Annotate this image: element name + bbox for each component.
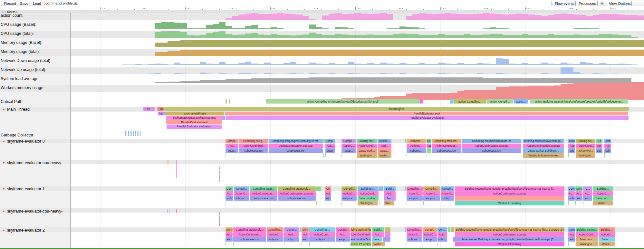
skyframe-evaluator-1-slice[interactable]: Com (575, 186, 582, 191)
critical-path-slice[interactable]: action 'Compiling src/google/protobuf/de… (266, 99, 420, 104)
skyframe-evaluator-2-slice[interactable]: Com (226, 227, 233, 232)
skyframe-evaluator-2-slice[interactable]: Ac... (226, 232, 233, 237)
cpu-heavy-stack-tick[interactable] (219, 178, 220, 182)
skyframe-evaluator-2-slice[interactable]: Building ... (599, 227, 615, 232)
gc-event-tick[interactable] (131, 131, 132, 136)
skyframe-evaluator-0-slice[interactable]: subp. (325, 148, 335, 153)
skyframe-evaluator-2-slice[interactable]: Compiling ... (309, 227, 335, 232)
gc-event-tick[interactable] (139, 131, 139, 136)
chart-cpu-usage-total[interactable] (155, 31, 638, 38)
gc-event-tick[interactable] (137, 131, 138, 136)
skyframe-evaluator-0-slice[interactable]: sub (568, 148, 575, 153)
skyframe-evaluator-0-slice[interactable]: Buildin... (378, 139, 391, 143)
skyframe-evaluator-0-slice[interactable]: Act (568, 144, 575, 148)
cpu-heavy-event-tick[interactable] (167, 160, 168, 164)
skyframe-evaluator-0-slice[interactable]: Compil... (341, 139, 356, 143)
skyframe-evaluator-2-slice[interactable]: Javac ... (599, 237, 615, 242)
skyframe-evaluator-1-slice[interactable]: Compiling ... (407, 186, 423, 191)
skyframe-evaluator-0-slice[interactable]: subproc... (407, 148, 426, 153)
main-thread-slice[interactable]: Lau... (143, 107, 155, 111)
critical-path-slice[interactable] (450, 99, 454, 104)
skyframe-evaluator-2-slice[interactable]: Compiling... (407, 227, 422, 232)
skyframe-evaluator-2-slice[interactable] (451, 227, 454, 232)
skyframe-evaluator-1-slice[interactable]: Waitin... (593, 201, 613, 205)
skyframe-evaluator-2-slice[interactable]: Acti... (372, 232, 384, 237)
skyframe-evaluator-1-slice[interactable]: Compiling src/google... (278, 186, 316, 191)
skyframe-evaluator-1-slice[interactable]: Com (568, 186, 575, 191)
skyframe-evaluator-1-slice[interactable]: Building... (593, 186, 613, 191)
skyframe-evaluator-0-slice[interactable]: ActionConti... (576, 144, 595, 148)
skyframe-evaluator-1-slice[interactable]: subproc... (341, 196, 357, 201)
skyframe-evaluator-1-slice[interactable]: Ac... (568, 191, 575, 196)
skyframe-evaluator-2-slice[interactable]: subp... (437, 237, 447, 242)
skyframe-evaluator-2-slice[interactable]: Acti... (284, 232, 299, 237)
skyframe-evaluator-0-slice[interactable]: Act (427, 144, 431, 148)
skyframe-evaluator-0-slice[interactable]: Co (427, 139, 431, 143)
skyframe-evaluator-0-slice[interactable]: Com (604, 139, 611, 143)
skyframe-evaluator-0-slice[interactable]: Javac... (378, 148, 391, 153)
skyframe-evaluator-0-slice[interactable] (427, 148, 431, 153)
skyframe-evaluator-0-slice[interactable]: Acti... (378, 144, 391, 148)
skyframe-evaluator-2-slice[interactable] (385, 232, 390, 237)
skyframe-evaluator-0-slice[interactable]: subprocess.run (269, 148, 323, 153)
skyframe-evaluator-1-slice[interactable]: ActionC... (234, 191, 249, 196)
skyframe-evaluator-1-slice[interactable]: Javac wo... (593, 196, 613, 201)
skyframe-evaluator-2-slice[interactable]: Com (302, 227, 309, 232)
skyframe-evaluator-2-slice[interactable]: subproc... (407, 237, 422, 242)
skyframe-evaluator-1-slice[interactable]: Wai... (384, 201, 394, 205)
skyframe-evaluator-1-slice[interactable]: Compilin... (423, 186, 440, 191)
skyframe-evaluator-1-slice[interactable]: Worker #1 working (455, 201, 564, 205)
critical-path-slice[interactable]: action 'Building src/main/java/com/googl… (530, 99, 628, 104)
cpu-heavy-event-tick[interactable] (176, 160, 177, 178)
gc-event-tick[interactable] (130, 131, 130, 136)
skyframe-evaluator-0-slice[interactable]: Building src... (357, 139, 377, 143)
skyframe-evaluator-2-slice[interactable]: ActionC... (599, 232, 615, 237)
skyframe-evaluator-0-slice[interactable]: Act (596, 144, 602, 148)
skyframe-evaluator-1-slice[interactable]: su... (583, 196, 592, 201)
cpu-heavy-stack-tick[interactable] (219, 219, 220, 223)
help-button-partial[interactable] (631, 1, 644, 6)
skyframe-evaluator-0-slice[interactable]: Javac worker Building s... (523, 148, 564, 153)
skyframe-evaluator-1-slice[interactable]: sub (226, 196, 233, 201)
cpu-heavy-stack-tick[interactable] (219, 216, 220, 219)
critical-path-slice[interactable] (229, 99, 230, 104)
row-label[interactable]: ▼skyframe-evaluator-cpu-heavy- (3, 209, 62, 214)
row-label[interactable]: ▼skyframe-evaluator 2 (3, 228, 45, 233)
skyframe-evaluator-2-slice[interactable]: Acti... (336, 232, 350, 237)
skyframe-evaluator-0-slice[interactable]: Act (604, 144, 611, 148)
skyframe-evaluator-1-slice[interactable]: ActionContinuation.execute (278, 191, 316, 196)
chart-network-up[interactable] (122, 67, 638, 74)
skyframe-evaluator-2-slice[interactable]: subprocess.run (233, 237, 266, 242)
skyframe-evaluator-2-slice[interactable] (385, 227, 390, 232)
skyframe-evaluator-1-slice[interactable]: subprocess.run (250, 196, 277, 201)
skyframe-evaluator-1-slice[interactable]: Com (226, 186, 233, 191)
skyframe-evaluator-1-slice[interactable]: ActionC... (423, 191, 440, 196)
skyframe-evaluator-2-slice[interactable]: Com... (437, 227, 447, 232)
main-thread-slice[interactable]: buildTargets (164, 107, 629, 111)
gc-event-tick[interactable] (140, 131, 141, 136)
skyframe-evaluator-1-slice[interactable]: sub (575, 196, 582, 201)
skyframe-evaluator-0-slice[interactable]: Compiling src/g... (239, 139, 268, 143)
skyframe-evaluator-1-slice[interactable]: Ac... (575, 191, 582, 196)
gc-event-tick[interactable] (133, 131, 134, 136)
gc-event-tick[interactable] (135, 131, 136, 136)
row-label[interactable]: ▼skyframe-evaluator-cpu-heavy- (3, 161, 62, 165)
skyframe-evaluator-2-slice[interactable]: ActionContinuati... (233, 232, 266, 237)
skyframe-evaluator-0-slice[interactable]: ActionContinuati... (432, 144, 461, 148)
skyframe-evaluator-0-slice[interactable]: ActionContinuation.execute (523, 144, 564, 148)
skyframe-evaluator-2-slice[interactable]: ActionConti... (576, 232, 598, 237)
skyframe-evaluator-2-slice[interactable]: Compil... (423, 227, 437, 232)
skyframe-evaluator-1-slice[interactable]: Building external/com_google_protobuf/ja… (455, 186, 564, 191)
skyframe-evaluator-2-slice[interactable]: Building src/main/jav... (351, 227, 371, 232)
skyframe-evaluator-2-slice[interactable]: Compiling... (267, 227, 284, 232)
process-header[interactable]: ▼Process 1 (0, 10, 644, 13)
skyframe-evaluator-1-slice[interactable]: Build... (384, 186, 396, 191)
skyframe-evaluator-0-slice[interactable]: subprocess.run (432, 148, 461, 153)
main-thread-slice[interactable]: skyframeExecutor.configureTargets (166, 116, 223, 120)
skyframe-evaluator-1-slice[interactable]: ActionContinuati... (250, 191, 277, 196)
skyframe-evaluator-2-slice[interactable]: ActionC... (407, 232, 422, 237)
skyframe-evaluator-1-slice[interactable]: ActionC... (341, 191, 357, 196)
skyframe-evaluator-1-slice[interactable] (379, 186, 383, 191)
main-thread-slice[interactable]: runAnalysisPhase (166, 112, 224, 116)
skyframe-evaluator-2-slice[interactable]: Waiting to... (576, 242, 598, 246)
